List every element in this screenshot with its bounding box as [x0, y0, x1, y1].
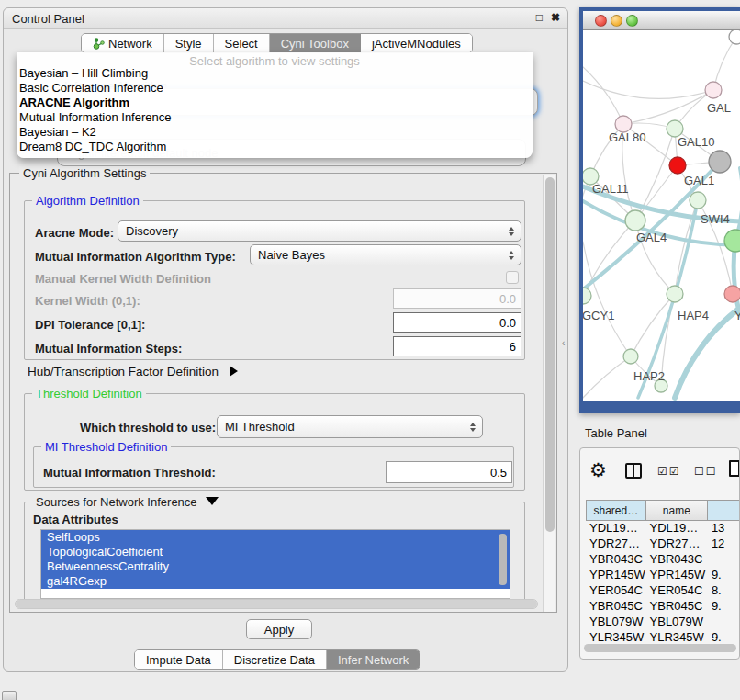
minimize-traffic-light-icon[interactable]	[611, 15, 622, 27]
node-hap2[interactable]	[623, 349, 638, 364]
settings-vscrollbar-thumb[interactable]	[545, 177, 555, 532]
tab-label: Network	[108, 37, 152, 51]
network-node-label: Y	[734, 309, 740, 322]
mi-threshold-input[interactable]: 0.5	[386, 461, 512, 483]
gear-icon[interactable]: ⚙	[589, 459, 607, 481]
document-icon[interactable]	[729, 460, 740, 477]
table-panel: ⚙☑☑☐☐ shared…name YDL19…YDL19…13YDR27…YD…	[579, 447, 740, 660]
node-gal4[interactable]	[625, 210, 645, 231]
which-threshold-label: Which threshold to use:	[80, 421, 216, 435]
node-selected-red[interactable]	[669, 157, 686, 174]
list-scrollbar-thumb[interactable]	[499, 534, 507, 585]
network-edge[interactable]	[583, 176, 590, 296]
network-edge[interactable]	[583, 356, 631, 398]
table-cell: YDR27…	[586, 536, 646, 552]
column-header[interactable]: name	[646, 500, 708, 521]
attribute-list-item[interactable]: gal4RGexp	[41, 574, 510, 589]
tab-impute-data[interactable]: Impute Data	[135, 650, 223, 669]
node-unnamed-top[interactable]	[729, 30, 740, 44]
column-header[interactable]: shared…	[586, 500, 646, 521]
select-all-checkboxes-icon[interactable]: ☑☑	[657, 465, 681, 478]
network-node-label: GAL10	[678, 135, 714, 149]
table-row[interactable]: YBR045CYBR045C9.	[586, 599, 740, 615]
kernel-width-input[interactable]: 0.0	[393, 288, 521, 309]
attribute-list-item[interactable]: SelfLoops	[41, 530, 510, 545]
table-cell: YBR043C	[586, 552, 646, 568]
panel-resize-handle-icon[interactable]: ‹	[562, 338, 565, 348]
node-swi4[interactable]	[724, 230, 740, 252]
dropdown-item[interactable]: ARACNE Algorithm	[17, 96, 533, 110]
data-attributes-list[interactable]: SelfLoopsTopologicalCoefficientBetweenne…	[40, 529, 510, 599]
network-edge[interactable]	[623, 90, 713, 124]
mi-steps-input[interactable]: 6	[393, 336, 521, 356]
close-window-icon[interactable]: ✖	[551, 11, 560, 24]
table-cell: YER054C	[646, 583, 708, 599]
attribute-list-item[interactable]: TopologicalCoefficient	[41, 545, 510, 559]
manual-kernel-checkbox[interactable]	[506, 271, 519, 284]
settings-hscrollbar[interactable]	[15, 599, 538, 609]
node-gcy1[interactable]	[583, 288, 591, 304]
control-panel-tabbar: NetworkStyleSelectCyni ToolboxjActiveMNo…	[81, 33, 473, 53]
dropdown-item[interactable]: Basic Correlation Inference	[17, 81, 533, 96]
node-gray[interactable]	[709, 151, 731, 173]
network-edge[interactable]	[583, 81, 713, 98]
tab-cyni-toolbox[interactable]: Cyni Toolbox	[270, 34, 361, 52]
network-edge[interactable]	[583, 67, 623, 124]
network-node-label: GAL	[707, 101, 731, 115]
table-row[interactable]: YDL19…YDL19…13	[586, 521, 740, 536]
mi-type-combobox[interactable]: Naive Bayes	[250, 244, 521, 265]
which-threshold-combobox[interactable]: MI Threshold	[217, 415, 483, 438]
tab-select[interactable]: Select	[214, 34, 270, 52]
column-header[interactable]	[708, 500, 740, 521]
node-hap4[interactable]	[667, 286, 683, 302]
table-cell: YBR043C	[646, 552, 708, 568]
dropdown-item[interactable]: Bayesian – Hill Climbing	[17, 66, 533, 81]
table-cell: 13	[708, 521, 740, 536]
tab-infer-network[interactable]: Infer Network	[327, 650, 420, 669]
table-row[interactable]: YPR145WYPR145W9.	[586, 568, 740, 583]
dpi-tolerance-label: DPI Tolerance [0,1]:	[35, 318, 145, 332]
dropdown-item[interactable]: Mutual Information Inference	[17, 110, 533, 125]
node-gal1[interactable]	[690, 192, 706, 209]
sources-legend[interactable]: Sources for Network Inference	[32, 495, 222, 509]
dropdown-item[interactable]: Bayesian – K2	[17, 125, 533, 140]
zoom-traffic-light-icon[interactable]	[626, 15, 638, 27]
table-cell: YDL19…	[646, 521, 708, 536]
table-cell: 9.	[708, 568, 740, 583]
aracne-mode-label: Aracne Mode:	[35, 226, 114, 240]
tab-label: Cyni Toolbox	[281, 37, 349, 51]
sources-legend-label: Sources for Network Inference	[36, 495, 197, 509]
node-table: shared…name YDL19…YDL19…13YDR27…YDR27…12…	[586, 500, 740, 646]
node-salmon[interactable]	[724, 286, 740, 302]
table-row[interactable]: YBR043CYBR043C	[586, 552, 740, 568]
attribute-list-item[interactable]: BetweennessCentrality	[41, 559, 510, 574]
mi-threshold-group: MI Threshold Definition Mutual Informati…	[33, 446, 514, 488]
minimized-panel-button[interactable]	[2, 691, 17, 700]
table-hscrollbar-thumb[interactable]	[584, 644, 736, 652]
apply-button[interactable]: Apply	[246, 619, 312, 639]
float-window-icon[interactable]: □	[536, 11, 543, 24]
table-row[interactable]: YER054CYER054C8.	[586, 583, 740, 599]
table-row[interactable]: YBL079WYBL079W	[586, 615, 740, 630]
aracne-mode-value: Discovery	[126, 224, 178, 238]
collapsed-arrow-icon	[230, 366, 238, 377]
mi-threshold-legend: MI Threshold Definition	[41, 440, 171, 454]
tab-jactivemnodules[interactable]: jActiveMNodules	[361, 34, 472, 52]
table-cell: 9.	[708, 599, 740, 615]
dropdown-item[interactable]: Dream8 DC_TDC Algorithm	[17, 140, 533, 154]
split-columns-icon[interactable]	[625, 463, 642, 479]
dpi-tolerance-input[interactable]: 0.0	[393, 312, 521, 333]
hub-definition-toggle[interactable]: Hub/Transcription Factor Definition	[28, 365, 238, 378]
network-window-titlebar[interactable]	[583, 11, 740, 30]
settings-vscrollbar[interactable]	[543, 175, 555, 612]
mi-steps-label: Mutual Information Steps:	[35, 342, 182, 356]
deselect-all-checkboxes-icon[interactable]: ☐☐	[694, 465, 718, 478]
tab-network[interactable]: Network	[82, 34, 164, 52]
aracne-mode-combobox[interactable]: Discovery	[118, 220, 521, 242]
tab-discretize-data[interactable]: Discretize Data	[223, 650, 327, 669]
node-gal-cut[interactable]	[705, 82, 722, 98]
network-canvas[interactable]: GALGAL80GAL10GAL1GAL11SWI4GAL4GCY1HAP4YH…	[583, 30, 740, 401]
close-traffic-light-icon[interactable]	[595, 15, 607, 27]
tab-style[interactable]: Style	[164, 34, 214, 52]
table-row[interactable]: YDR27…YDR27…12	[586, 536, 740, 552]
